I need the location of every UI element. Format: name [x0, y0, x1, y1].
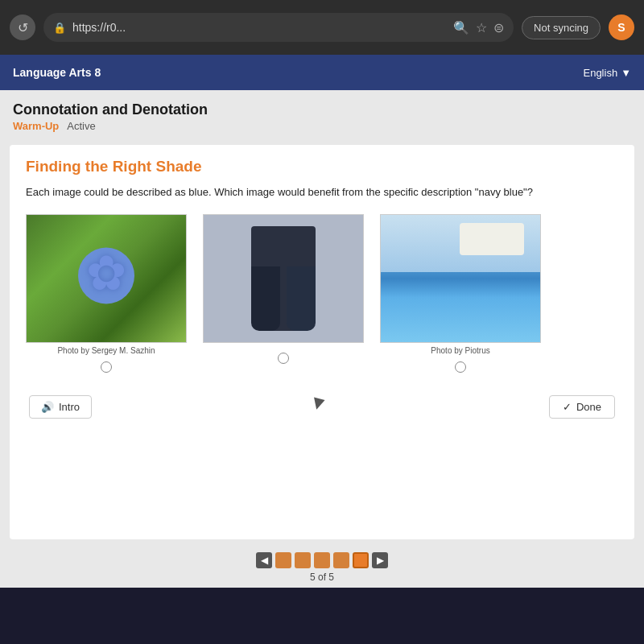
- pagination-dots: ◀ ▶: [256, 552, 388, 568]
- browser-chrome: ↺ 🔒 https://r0... 🔍 ☆ ⊜ Not syncing S: [0, 0, 644, 55]
- app-title: Language Arts 8: [13, 66, 101, 79]
- warm-up-label: Warm-Up: [13, 120, 59, 132]
- lock-icon: 🔒: [53, 22, 66, 34]
- question-text: Each image could be described as blue. W…: [26, 185, 618, 200]
- flower-caption: Photo by Sergey M. Sazhin: [57, 346, 155, 355]
- pagination-dot-5[interactable]: [353, 552, 369, 568]
- bookmark-icon: ⊜: [493, 20, 504, 35]
- jeans-radio[interactable]: [278, 353, 289, 364]
- page-content: Connotation and Denotation Warm-Up Activ…: [0, 90, 644, 140]
- ocean-radio[interactable]: [455, 361, 466, 373]
- ocean-image-bg: [381, 215, 540, 342]
- page-title: Connotation and Denotation: [13, 101, 631, 118]
- jeans-image-bg: [204, 215, 363, 342]
- url-bar[interactable]: 🔒 https://r0... 🔍 ☆ ⊜: [43, 13, 514, 42]
- image-flower: [26, 214, 187, 343]
- pagination-dot-3[interactable]: [314, 552, 330, 568]
- active-label: Active: [67, 120, 95, 132]
- card-heading: Finding the Right Shade: [26, 158, 618, 175]
- pagination-label: 5 of 5: [310, 572, 334, 583]
- cursor-icon: [311, 398, 324, 411]
- intro-button[interactable]: 🔊 Intro: [29, 395, 92, 419]
- flower-radio[interactable]: [101, 361, 112, 373]
- image-container-jeans: [203, 214, 364, 373]
- page-subtitle: Warm-Up Active: [13, 120, 631, 132]
- intro-label: Intro: [59, 401, 80, 413]
- refresh-button[interactable]: ↺: [10, 14, 35, 40]
- card-wrapper: Finding the Right Shade Each image could…: [0, 140, 644, 544]
- images-row: Photo by Sergey M. Sazhin Photo by Piot: [26, 214, 618, 373]
- image-container-ocean: Photo by Piotrus: [380, 214, 541, 373]
- done-button[interactable]: ✓ Done: [549, 395, 615, 419]
- card-footer: 🔊 Intro ✓ Done: [26, 382, 618, 426]
- flower-image-bg: [27, 215, 186, 342]
- pagination-dot-2[interactable]: [295, 552, 311, 568]
- url-text: https://r0...: [72, 21, 447, 34]
- not-syncing-button[interactable]: Not syncing: [522, 16, 601, 39]
- avatar[interactable]: S: [609, 14, 634, 40]
- search-icon: 🔍: [453, 20, 469, 35]
- speaker-icon: 🔊: [41, 401, 54, 413]
- main-card: Finding the Right Shade Each image could…: [10, 145, 634, 539]
- jeans-shape: [251, 226, 316, 331]
- pagination-prev[interactable]: ◀: [256, 552, 272, 568]
- image-container-flower: Photo by Sergey M. Sazhin: [26, 214, 187, 373]
- done-label: Done: [576, 401, 601, 413]
- language-selector[interactable]: English ▼: [583, 67, 631, 79]
- ocean-caption: Photo by Piotrus: [431, 346, 489, 355]
- pagination-area: ◀ ▶ 5 of 5: [0, 544, 644, 588]
- cursor-area: [304, 390, 336, 423]
- checkmark-icon: ✓: [563, 401, 572, 413]
- pagination-next[interactable]: ▶: [372, 552, 388, 568]
- image-ocean: [380, 214, 541, 343]
- chevron-down-icon: ▼: [621, 67, 631, 79]
- star-icon: ☆: [476, 20, 487, 35]
- language-label: English: [583, 67, 617, 79]
- pagination-dot-1[interactable]: [275, 552, 291, 568]
- image-jeans: [203, 214, 364, 343]
- app-header: Language Arts 8 English ▼: [0, 55, 644, 90]
- pagination-dot-4[interactable]: [333, 552, 349, 568]
